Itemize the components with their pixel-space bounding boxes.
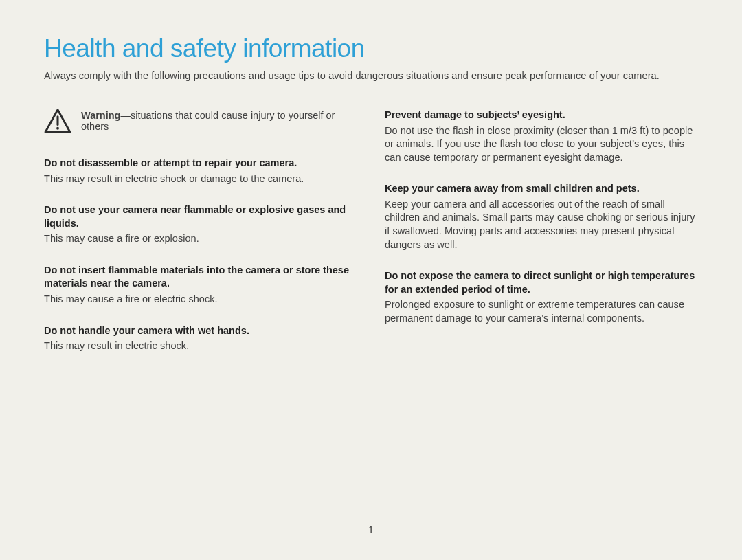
section-heading: Prevent damage to subjects’ eyesight. [385,109,698,122]
intro-text: Always comply with the following precaut… [44,70,698,81]
section-body: Do not use the flash in close proximity … [385,124,698,165]
section-body: This may cause a fire or electric shock. [44,293,357,306]
safety-section: Do not insert flammable materials into t… [44,264,357,306]
section-body: This may result in electric shock or dam… [44,172,357,186]
columns: Warning—situations that could cause inju… [44,109,698,371]
right-column: Prevent damage to subjects’ eyesight. Do… [385,109,698,371]
page-title: Health and safety information [44,34,698,63]
safety-section: Do not expose the camera to direct sunli… [385,269,698,325]
section-heading: Do not expose the camera to direct sunli… [385,269,698,296]
page-number: 1 [0,524,742,535]
section-heading: Do not use your camera near flammable or… [44,203,357,230]
section-heading: Keep your camera away from small childre… [385,182,698,196]
warning-triangle-icon [44,109,71,133]
safety-section: Do not disassemble or attempt to repair … [44,157,357,186]
safety-section: Do not use your camera near flammable or… [44,203,357,246]
section-heading: Do not insert flammable materials into t… [44,264,357,291]
section-heading: Do not handle your camera with wet hands… [44,324,357,338]
section-body: Prolonged exposure to sunlight or extrem… [385,298,698,325]
section-body: Keep your camera and all accessories out… [385,198,698,251]
safety-section: Do not handle your camera with wet hands… [44,324,357,353]
warning-label: Warning [81,110,120,121]
section-body: This may result in electric shock. [44,339,357,353]
warning-text: Warning—situations that could cause inju… [81,109,357,132]
warning-callout: Warning—situations that could cause inju… [44,109,357,133]
svg-point-1 [56,127,59,130]
left-column: Warning—situations that could cause inju… [44,109,357,371]
safety-section: Prevent damage to subjects’ eyesight. Do… [385,109,698,164]
safety-section: Keep your camera away from small childre… [385,182,698,251]
section-heading: Do not disassemble or attempt to repair … [44,157,357,170]
section-body: This may cause a fire or explosion. [44,232,357,246]
